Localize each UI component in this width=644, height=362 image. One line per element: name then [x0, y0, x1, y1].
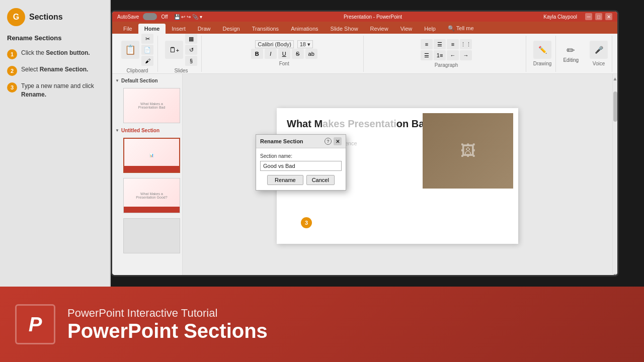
sidebar-logo: G	[7, 8, 25, 26]
untitled-triangle-icon: ▼	[115, 128, 119, 133]
ppt-interface: AutoSave Off 💾 ↩ ↪ 📎 ▾ Presentation - Po…	[112, 12, 617, 277]
editing-label: Editing	[563, 57, 579, 63]
dictate-button[interactable]: 🎤	[590, 41, 608, 59]
step-3-badge: 3	[7, 82, 17, 93]
slide-2-thumb[interactable]: 📊	[123, 138, 180, 173]
tab-help[interactable]: Help	[418, 24, 442, 34]
tutorial-step-3: 3 Type a new name and click Rename.	[7, 82, 103, 99]
slides-group: 🗒+ ▦ ↺ § Slides	[161, 36, 202, 72]
slide-4-thumb[interactable]	[123, 218, 180, 253]
tab-animations[interactable]: Animations	[285, 24, 324, 34]
triangle-icon: ▼	[115, 78, 119, 83]
shadow-button[interactable]: ab	[305, 49, 317, 59]
underline-button[interactable]: U	[278, 49, 290, 59]
banner-title: PowerPoint Sections	[67, 320, 268, 342]
step-3-dialog-badge: 3	[301, 217, 312, 228]
autosave-label: AutoSave	[117, 14, 139, 20]
slide-1-thumb[interactable]: What Makes aPresentation Bad	[123, 88, 180, 123]
tab-view[interactable]: View	[394, 24, 419, 34]
column-button[interactable]: ⋮⋮	[460, 39, 472, 49]
tab-slideshow[interactable]: Slide Show	[325, 24, 364, 34]
minimize-button[interactable]: ─	[585, 13, 592, 20]
tab-tellme[interactable]: 🔍 Tell me	[442, 23, 480, 34]
vertical-scrollbar[interactable]: ▲ ▼	[612, 74, 617, 277]
section-name-label: Section name:	[260, 153, 342, 159]
ppt-logo: P	[15, 304, 55, 344]
section-button[interactable]: §	[185, 56, 197, 66]
bold-button[interactable]: B	[251, 49, 263, 59]
slide-3-thumb[interactable]: What Makes aPresentation Good?	[123, 178, 180, 213]
copy-button[interactable]: 📄	[141, 45, 153, 55]
drawing-button[interactable]: ✏️	[533, 41, 551, 59]
tab-home[interactable]: Home	[138, 24, 166, 34]
slide-2-bar	[124, 166, 179, 172]
tab-transitions[interactable]: Transitions	[246, 24, 285, 34]
tab-file[interactable]: File	[117, 24, 138, 34]
strikethrough-button[interactable]: S	[292, 49, 304, 59]
cut-button[interactable]: ✂	[141, 34, 153, 44]
slide-4-wrapper: 4	[123, 217, 180, 255]
font-group: Calibri (Body) 18 ▾ B I U S ab Font	[205, 36, 364, 72]
layout-button[interactable]: ▦	[185, 34, 197, 44]
scrollbar-thumb[interactable]	[613, 92, 617, 122]
number-button[interactable]: 1≡	[434, 50, 446, 60]
tutorial-step-1: 1 Click the Section button.	[7, 49, 103, 59]
paste-button[interactable]: 📋	[121, 41, 139, 59]
slide-1-preview: What Makes aPresentation Bad	[124, 88, 180, 123]
reset-button[interactable]: ↺	[185, 45, 197, 55]
clipboard-label: Clipboard	[127, 68, 148, 73]
align-left-button[interactable]: ≡	[421, 39, 433, 49]
format-painter-button[interactable]: 🖌	[141, 56, 153, 66]
autosave-bar: AutoSave Off 💾 ↩ ↪ 📎 ▾ Presentation - Po…	[112, 12, 617, 22]
tutorial-step-2: 2 Select Rename Section.	[7, 65, 103, 76]
align-center-button[interactable]: ☰	[434, 39, 446, 49]
autosave-toggle[interactable]	[143, 13, 157, 20]
slide-1-wrapper: 1 What Makes aPresentation Bad	[123, 86, 180, 125]
indent-inc-button[interactable]: →	[460, 50, 472, 60]
autosave-state: Off	[161, 14, 168, 20]
italic-button[interactable]: I	[265, 49, 277, 59]
bullet-button[interactable]: ☰	[421, 50, 433, 60]
sidebar-title: Sections	[29, 13, 63, 22]
step-2-badge: 2	[7, 66, 17, 76]
clipboard-group: 📋 ✂ 📄 🖌 Clipboard	[117, 36, 158, 72]
indent-dec-button[interactable]: ←	[447, 50, 459, 60]
banner-text-block: PowerPoint Interactive Tutorial PowerPoi…	[67, 307, 268, 342]
default-section-label: Default Section	[121, 78, 158, 83]
dialog-help-button[interactable]: ?	[325, 138, 332, 145]
slide-3-wrapper: 3 What Makes aPresentation Good?	[123, 176, 180, 215]
section-name-input[interactable]	[260, 161, 342, 171]
paragraph-group: ≡ ☰ ≡ ⋮⋮ ☰ 1≡ ← → Paragraph	[367, 36, 526, 72]
dialog-buttons: Rename Cancel	[260, 175, 342, 185]
font-label: Font	[279, 61, 289, 66]
align-right-button[interactable]: ≡	[447, 39, 459, 49]
cancel-button[interactable]: Cancel	[306, 175, 335, 185]
sidebar-header: G Sections	[7, 8, 103, 26]
tab-insert[interactable]: Insert	[166, 24, 192, 34]
bottom-banner: P PowerPoint Interactive Tutorial PowerP…	[0, 287, 644, 362]
drawing-label: Drawing	[533, 61, 552, 66]
tutorial-section-title: Rename Sections	[7, 34, 103, 42]
username: Kayla Claypool	[543, 14, 577, 20]
new-slide-button[interactable]: 🗒+	[165, 41, 183, 59]
step-2-text: Select Rename Section.	[21, 65, 88, 74]
tab-draw[interactable]: Draw	[192, 24, 217, 34]
tab-design[interactable]: Design	[216, 24, 246, 34]
default-section-header: ▼ Default Section	[114, 76, 180, 85]
maximize-button[interactable]: □	[595, 13, 602, 20]
ribbon-tabs: File Home Insert Draw Design Transitions…	[112, 22, 617, 34]
dialog-body: Section name: Rename Cancel	[256, 148, 346, 190]
slides-icons: 🗒+ ▦ ↺ §	[165, 34, 197, 66]
tab-review[interactable]: Review	[364, 24, 394, 34]
dialog-close-button[interactable]: ✕	[334, 137, 342, 145]
slide-3-bar	[124, 207, 180, 213]
window-title: Presentation - PowerPoint	[206, 14, 540, 20]
dialog-title: Rename Section	[260, 138, 303, 144]
editing-icon: ✏	[567, 44, 575, 56]
close-button[interactable]: ✕	[605, 13, 612, 20]
ppt-logo-letter: P	[29, 313, 42, 336]
step-1-badge: 1	[7, 49, 17, 59]
rename-button[interactable]: Rename	[267, 175, 303, 185]
slide-2-wrapper: 2 📊	[123, 136, 180, 174]
editing-group: ✏ Editing	[559, 42, 583, 65]
